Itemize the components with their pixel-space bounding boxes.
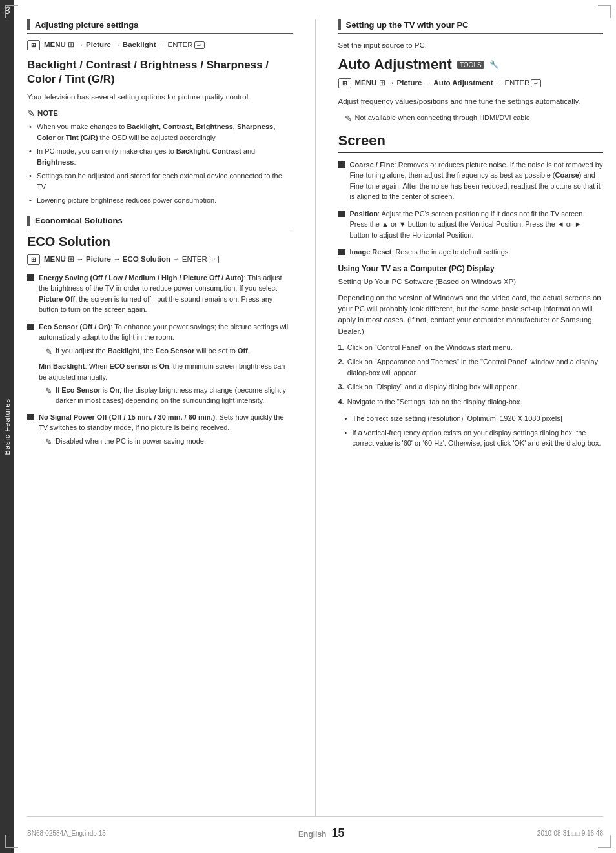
- nosignal-subnote: ✎ Disabled when the PC is in power savin…: [39, 437, 293, 448]
- pencil-sm-2: ✎: [45, 385, 52, 397]
- sq-bullet-6: [338, 249, 345, 255]
- pencil-sm-4: ✎: [345, 113, 352, 125]
- page-number-block: English 15: [298, 827, 344, 840]
- pencil-sm-1: ✎: [45, 346, 52, 358]
- min-backlight-title: Min Backlight: [39, 362, 85, 370]
- screen-item-position: Position: Adjust the PC's screen positio…: [338, 209, 604, 241]
- note-item-3: Settings can be adjusted and stored for …: [37, 170, 293, 192]
- step-1: 1. Click on "Control Panel" on the Windo…: [338, 342, 604, 353]
- min-backlight-subnote-text: If Eco Sensor is On, the display brightn…: [56, 385, 293, 406]
- eco-item-sensor: Eco Sensor (Off / On): To enhance your p…: [27, 322, 293, 406]
- auto-adjustment-title: Auto Adjustment: [338, 56, 452, 73]
- enter-icon: ↵: [194, 41, 205, 49]
- column-divider: [315, 19, 316, 816]
- eco-items-list: Energy Saving (Off / Low / Medium / High…: [27, 272, 293, 448]
- sq-bullet-5: [338, 211, 345, 217]
- menu-path-backlight: MENU ⊞ → Picture → Backlight → ENTER↵: [44, 40, 206, 49]
- economical-solutions-title: Economical Solutions: [35, 216, 123, 225]
- bullet-frequency: If a vertical-frequency option exists on…: [345, 427, 604, 449]
- header-bar-3: [338, 19, 341, 30]
- adjusting-picture-title: Adjusting picture settings: [35, 20, 138, 30]
- header-bar: [27, 19, 30, 30]
- chapter-label: Basic Features: [3, 398, 11, 455]
- min-backlight-section: Min Backlight: When ECO sensor is On, th…: [39, 361, 293, 406]
- eco-enter-icon: ↵: [209, 256, 219, 263]
- note-item-2: In PC mode, you can only make changes to…: [37, 146, 293, 167]
- auto-adjustment-description: Adjust frequency values/positions and fi…: [338, 96, 604, 107]
- screen-section-title: Screen: [338, 132, 604, 153]
- auto-adj-menu-icon: ⊞: [338, 78, 351, 88]
- eco-nosignal-title: No Signal Power Off (Off / 15 min. / 30 …: [39, 413, 215, 421]
- image-reset-content: Image Reset: Resets the image to default…: [350, 247, 604, 258]
- step-4-num: 4.: [338, 396, 344, 407]
- note-item-1: When you make changes to Backlight, Cont…: [37, 121, 293, 143]
- menu-icon: ⊞: [27, 40, 40, 50]
- note-section: ✎ NOTE When you make changes to Backligh…: [27, 108, 293, 206]
- windows-version-note: Depending on the version of Windows and …: [338, 293, 604, 337]
- sq-bullet-2: [27, 324, 34, 330]
- header-bar-2: [27, 216, 30, 226]
- setting-up-tv-header: Setting up the TV with your PC: [338, 19, 604, 34]
- eco-sensor-title: Eco Sensor (Off / On): [39, 323, 110, 331]
- step-2-text: Click on "Appearance and Themes" in the …: [347, 356, 603, 378]
- footer-file-info: BN68-02584A_Eng.indb 15: [27, 830, 106, 837]
- eco-solution-title: ECO Solution: [27, 234, 293, 249]
- set-input-source-text: Set the input source to PC.: [338, 40, 604, 51]
- eco-energy-content: Energy Saving (Off / Low / Medium / High…: [39, 272, 293, 315]
- pencil-icon: ✎: [27, 108, 35, 118]
- economical-solutions-header: Economical Solutions: [27, 216, 293, 229]
- auto-adj-menu-instruction: ⊞ MENU ⊞ → Picture → Auto Adjustment → E…: [338, 78, 604, 88]
- sq-bullet-4: [338, 161, 345, 168]
- eco-energy-title: Energy Saving (Off / Low / Medium / High…: [39, 274, 243, 282]
- menu-instruction-backlight: ⊞ MENU ⊞ → Picture → Backlight → ENTER↵: [27, 40, 293, 50]
- menu-symbol: ⊞: [68, 41, 74, 48]
- eco-sensor-content: Eco Sensor (Off / On): To enhance your p…: [39, 322, 293, 406]
- eco-menu-instruction: ⊞ MENU ⊞ → Picture → ECO Solution → ENTE…: [27, 254, 293, 265]
- step-3: 3. Click on "Display" and a display dial…: [338, 382, 604, 393]
- screen-item-coarse: Coarse / Fine: Removes or reduces pictur…: [338, 159, 604, 202]
- step-2-num: 2.: [338, 356, 344, 367]
- auto-adjustment-heading: Auto Adjustment TOOLS 🔧: [338, 56, 604, 73]
- setting-up-tv-title: Setting up the TV with your PC: [346, 20, 469, 30]
- eco-menu-icon: ⊞: [27, 254, 40, 265]
- tools-badge: TOOLS: [457, 61, 484, 69]
- page-footer: BN68-02584A_Eng.indb 15 English 15 2010-…: [27, 816, 603, 840]
- pc-setup-bullets: The correct size setting (resolution) [O…: [338, 413, 604, 449]
- eco-sensor-subnote: ✎ If you adjust the Backlight, the Eco S…: [39, 346, 293, 358]
- step-3-num: 3.: [338, 382, 344, 393]
- right-column: Setting up the TV with your PC Set the i…: [338, 19, 604, 816]
- side-tab: 03 Basic Features: [0, 0, 14, 853]
- sq-bullet-3: [27, 414, 34, 420]
- eco-sensor-subnote-text: If you adjust the Backlight, the Eco Sen…: [56, 346, 250, 356]
- position-content: Position: Adjust the PC's screen positio…: [350, 209, 604, 241]
- sq-bullet-1: [27, 274, 34, 281]
- auto-adj-note-text: Not available when connecting through HD…: [355, 113, 533, 123]
- tools-icon-indicator: 🔧: [489, 60, 499, 69]
- page-num: 15: [331, 827, 344, 839]
- step-3-text: Click on "Display" and a display dialog …: [347, 382, 518, 393]
- auto-adj-note: ✎ Not available when connecting through …: [338, 113, 604, 125]
- step-4-text: Navigate to the "Settings" tab on the di…: [347, 396, 522, 407]
- step-4: 4. Navigate to the "Settings" tab on the…: [338, 396, 604, 407]
- windows-xp-intro: Setting Up Your PC Software (Based on Wi…: [338, 276, 604, 287]
- step-1-text: Click on "Control Panel" on the Windows …: [347, 342, 513, 353]
- note-item-4: Lowering picture brightness reduces powe…: [37, 195, 293, 206]
- main-content: Adjusting picture settings ⊞ MENU ⊞ → Pi…: [14, 0, 616, 853]
- pc-setup-steps: 1. Click on "Control Panel" on the Windo…: [338, 342, 604, 407]
- nosignal-subnote-text: Disabled when the PC is in power saving …: [56, 437, 206, 446]
- two-column-layout: Adjusting picture settings ⊞ MENU ⊞ → Pi…: [27, 19, 603, 816]
- eco-nosignal-content: No Signal Power Off (Off / 15 min. / 30 …: [39, 412, 293, 448]
- left-column: Adjusting picture settings ⊞ MENU ⊞ → Pi…: [27, 19, 293, 816]
- image-reset-title: Image Reset: [350, 248, 392, 256]
- min-backlight-subnote: ✎ If Eco Sensor is On, the display brigh…: [39, 385, 293, 406]
- adjusting-picture-header: Adjusting picture settings: [27, 19, 293, 34]
- english-label: English: [298, 830, 326, 839]
- bullet-resolution: The correct size setting (resolution) [O…: [345, 413, 604, 424]
- backlight-description: Your television has several setting opti…: [27, 92, 293, 103]
- chapter-number: 03: [4, 6, 11, 14]
- footer-date-info: 2010-08-31 □□ 9:16:48: [537, 830, 603, 837]
- eco-item-nosignal: No Signal Power Off (Off / 15 min. / 30 …: [27, 412, 293, 448]
- pencil-sm-3: ✎: [45, 437, 52, 448]
- note-label: ✎ NOTE: [27, 108, 293, 118]
- auto-adj-enter-icon: ↵: [531, 79, 541, 87]
